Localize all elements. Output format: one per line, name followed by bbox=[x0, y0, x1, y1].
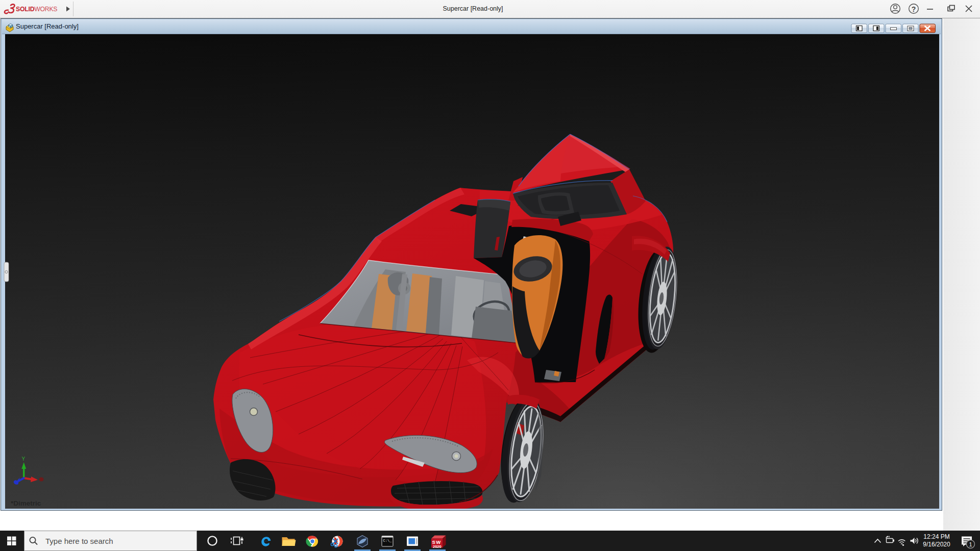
svg-text:*Dimetric: *Dimetric bbox=[11, 499, 41, 507]
svg-text:2020: 2020 bbox=[433, 544, 442, 549]
svg-text:1: 1 bbox=[969, 541, 972, 547]
svg-text:C:\_: C:\_ bbox=[383, 539, 393, 543]
svg-text:Y: Y bbox=[22, 456, 26, 462]
